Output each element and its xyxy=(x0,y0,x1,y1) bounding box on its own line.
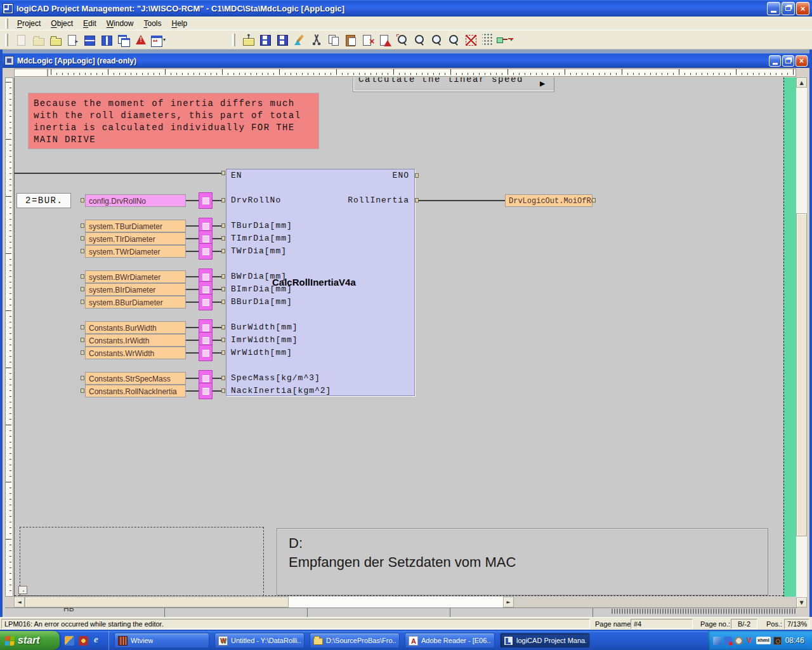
input-ref-label[interactable]: Constants.StrSpecMass xyxy=(85,372,186,385)
horizontal-scrollbar[interactable]: ◄ ► xyxy=(14,597,514,607)
toolbar-message-list-button[interactable] xyxy=(132,32,149,48)
menu-item-window[interactable]: Window xyxy=(102,17,139,30)
toolbar-cascade-windows-button[interactable] xyxy=(115,32,132,48)
menu-item-edit[interactable]: Edit xyxy=(78,17,102,30)
taskbar-task-4[interactable]: Adobe Reader - [E06... xyxy=(405,633,495,648)
antivirus-icon[interactable] xyxy=(745,637,754,645)
page-comment-box[interactable]: D: Empfangen der Setzdaten vom MAC xyxy=(277,528,768,595)
minimize-button[interactable] xyxy=(767,2,780,15)
inline-connector-icon[interactable] xyxy=(199,192,213,209)
taskbar-task-3[interactable]: D:\SourceProBas\Fro... xyxy=(310,633,400,648)
doc-minimize-button[interactable] xyxy=(769,55,781,67)
note-box[interactable]: Because the moment of inertia differs mu… xyxy=(28,93,319,149)
dropdown-arrow-icon[interactable]: ▾ xyxy=(163,37,166,43)
toolbar-paste-button[interactable] xyxy=(342,32,359,48)
block-input-port: SpecMass[kg/m^3] xyxy=(231,373,320,383)
toolbar-object-properties-button[interactable] xyxy=(63,32,81,48)
restore-button[interactable] xyxy=(782,2,795,15)
toolbar-arrange-icons-button[interactable]: ▾ xyxy=(149,32,166,48)
toolbar-draw-tools-button[interactable] xyxy=(291,32,308,48)
xml-tray-icon[interactable]: xhml xyxy=(756,637,771,644)
input-ref-label[interactable]: system.BBurDiameter xyxy=(85,296,186,308)
input-wire xyxy=(186,200,199,201)
toolbar-split-horizontal-button[interactable] xyxy=(81,32,98,48)
input-ref-label[interactable]: Constants.BurWidth xyxy=(85,321,186,334)
page-anchor-box: . xyxy=(18,586,27,594)
toolbar-save-button[interactable] xyxy=(256,32,273,48)
menu-item-tools[interactable]: Tools xyxy=(138,17,166,30)
scroll-up-button[interactable]: ▲ xyxy=(796,77,807,88)
inline-connector-icon[interactable] xyxy=(199,383,213,399)
vertical-scroll-thumb[interactable] xyxy=(796,213,807,536)
toolbar-grip-handle[interactable] xyxy=(232,34,235,46)
inline-connector-icon[interactable] xyxy=(199,294,213,310)
audio-icon[interactable] xyxy=(735,637,743,645)
toolbar-delete-object-button[interactable] xyxy=(359,32,376,48)
input-ref-label[interactable]: config.DrvRollNo xyxy=(85,194,186,207)
scroll-down-button[interactable]: ▼ xyxy=(796,597,807,607)
input-ref-label[interactable]: Constants.IrWidth xyxy=(85,334,186,347)
input-ref-label[interactable]: system.TBurDiameter xyxy=(85,220,186,232)
menu-item-object[interactable]: Object xyxy=(46,17,78,30)
toolbar-zoom-select-button[interactable] xyxy=(393,32,410,48)
horizontal-scroll-thumb[interactable] xyxy=(25,597,289,607)
diagram-canvas[interactable]: Calculate the linear speed ▶ Because the… xyxy=(14,77,796,597)
block-input-port: BWrDia[mm] xyxy=(231,272,287,281)
grid-icon xyxy=(482,34,494,46)
toolbar-up-one-level-button[interactable] xyxy=(239,32,256,48)
ie-icon[interactable] xyxy=(93,636,102,646)
folder-icon xyxy=(313,638,323,645)
start-button[interactable]: start xyxy=(0,631,60,650)
toolbar-open-object-button[interactable] xyxy=(46,32,63,48)
media-icon[interactable] xyxy=(79,636,88,646)
toolbar-fit-window-button[interactable] xyxy=(462,32,479,48)
menu-item-project[interactable]: Project xyxy=(12,17,46,30)
menu-item-help[interactable]: Help xyxy=(166,17,192,30)
input-ref-label[interactable]: Constants.WrWidth xyxy=(85,347,186,359)
taskbar-clock: 08:46 xyxy=(785,636,804,645)
diagram-editor: Calculate the linear speed ▶ Because the… xyxy=(3,68,809,617)
inline-connector-icon[interactable] xyxy=(199,243,213,260)
display-icon[interactable] xyxy=(773,637,782,645)
toolbar-zoom-page-button[interactable] xyxy=(410,32,428,48)
toolbar-split-vertical-button[interactable] xyxy=(98,32,115,48)
toolbar-check-logic-button[interactable] xyxy=(376,32,393,48)
function-block[interactable]: EN ENO RollInertia CalcRollInertiaV4a Dr… xyxy=(226,169,415,396)
update-icon[interactable] xyxy=(713,637,721,645)
toolbar-grip-handle[interactable] xyxy=(5,34,8,46)
taskbar-task-2[interactable]: Untitled - Y:\DataRolli... xyxy=(214,633,304,648)
input-ref-label[interactable]: system.BWrDiameter xyxy=(85,270,186,283)
doc-restore-button[interactable] xyxy=(782,55,794,67)
output-ref-label[interactable]: DrvLogicOut.MoiOfRolls xyxy=(505,194,593,207)
toolbar-cut-button[interactable] xyxy=(308,32,325,48)
toolbar-copy-button[interactable] xyxy=(325,32,342,48)
block-input-port: TImrDia[mm] xyxy=(231,234,292,243)
vertical-scrollbar[interactable]: ▲ ▼ xyxy=(796,77,807,607)
toolbar-connect-mode-button[interactable]: ▾ xyxy=(496,32,513,48)
inline-connector-icon[interactable] xyxy=(199,345,213,361)
toolbar-save-all-button[interactable] xyxy=(273,32,291,48)
status-message: LPM016: An error occurred while starting… xyxy=(1,619,590,629)
menu-grip-handle[interactable] xyxy=(5,18,8,29)
close-button[interactable]: × xyxy=(796,2,809,15)
scroll-right-button[interactable]: ► xyxy=(503,597,514,607)
dropdown-arrow-icon[interactable]: ▾ xyxy=(510,37,513,43)
taskbar-task-1[interactable]: Wtview xyxy=(114,633,209,648)
block-port-stub-icon xyxy=(221,338,225,342)
scroll-left-button[interactable]: ◄ xyxy=(14,597,25,607)
clipped-comment-box[interactable]: Calculate the linear speed ▶ xyxy=(353,77,554,92)
app-icon[interactable] xyxy=(65,636,74,646)
input-ref-label[interactable]: system.TWrDiameter xyxy=(85,245,186,258)
toolbar-grid-button[interactable] xyxy=(479,32,496,48)
case-label-box[interactable]: 2=BUR. xyxy=(16,193,71,208)
input-ref-label[interactable]: Constants.RollNackInertia xyxy=(85,385,186,397)
input-ref-label[interactable]: system.BIrDiameter xyxy=(85,283,186,296)
doc-close-button[interactable]: × xyxy=(796,55,808,67)
toolbar-zoom-out-button[interactable] xyxy=(445,32,462,48)
toolbar-zoom-in-button[interactable] xyxy=(428,32,445,48)
taskbar-task-5[interactable]: logiCAD Project Mana... xyxy=(500,633,590,648)
block-port-stub-icon xyxy=(221,249,225,253)
split-horizontal-icon xyxy=(83,34,96,46)
error-icon[interactable] xyxy=(724,637,732,645)
input-ref-label[interactable]: system.TIrDiameter xyxy=(85,232,186,245)
